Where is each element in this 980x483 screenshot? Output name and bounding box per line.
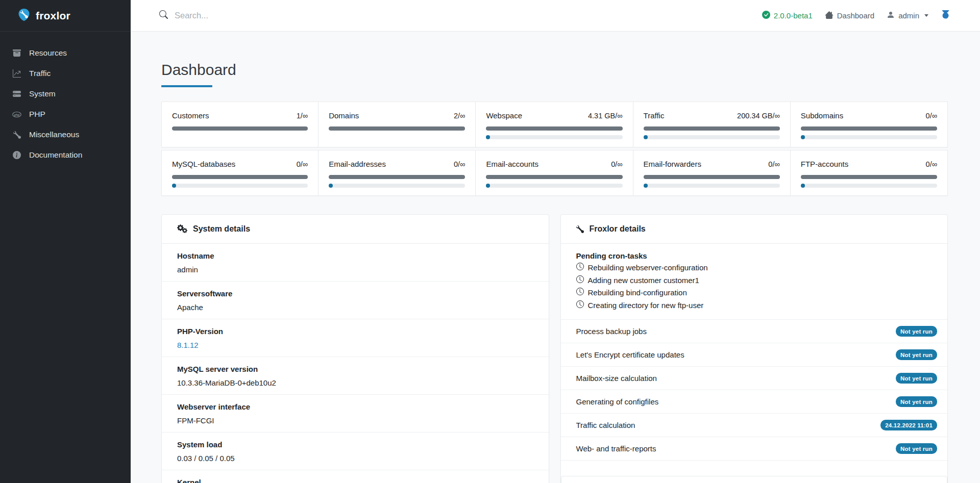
main-area: 2.0.0-beta1 Dashboard admin xyxy=(131,0,980,483)
stat-card-subdomains: Subdomains0/∞ xyxy=(791,101,948,147)
sys-label: PHP-Version xyxy=(177,326,533,337)
usage-sliver xyxy=(172,184,176,188)
content: Dashboard Customers1/∞ Domains2/∞ Webspa… xyxy=(131,32,980,483)
clock-icon xyxy=(576,299,584,312)
stat-value: 0/∞ xyxy=(768,160,779,168)
check-circle-icon xyxy=(762,11,770,20)
stat-card-email-addresses: Email-addresses0/∞ xyxy=(318,150,476,196)
sys-label: System load xyxy=(177,440,533,450)
stat-label: Subdomains xyxy=(801,111,843,120)
stat-label: MySQL-databases xyxy=(172,160,235,168)
stat-label: Email-addresses xyxy=(329,160,386,168)
usage-track xyxy=(644,184,780,188)
sidebar-item-label: System xyxy=(29,89,56,98)
sidebar-item-php[interactable]: php PHP xyxy=(0,104,131,124)
user-menu[interactable]: admin xyxy=(887,11,928,20)
usage-track xyxy=(486,184,622,188)
froxlor-details-header: Froxlor details xyxy=(561,215,948,244)
sidebar-item-system[interactable]: System xyxy=(0,84,131,104)
sidebar-item-label: PHP xyxy=(29,110,45,119)
job-row-letsencrypt: Let's Encrypt certificate updates Not ye… xyxy=(561,343,948,367)
stat-label: Domains xyxy=(329,111,359,120)
stat-label: Customers xyxy=(172,111,209,120)
server-stack-icon xyxy=(12,89,21,98)
details-row: System details Hostname admin Serversoft… xyxy=(161,214,948,483)
sys-row-webserver-interface: Webserver interface FPM-FCGI xyxy=(162,395,549,433)
usage-bar xyxy=(172,126,308,131)
job-row-mailbox-size: Mailbox-size calculation Not yet run xyxy=(561,367,948,390)
sidebar-item-label: Traffic xyxy=(29,69,51,78)
usage-bar xyxy=(801,175,937,179)
usage-sliver xyxy=(329,184,333,188)
cron-task-label: Rebuilding bind-configuration xyxy=(588,287,687,299)
sys-label: Webserver interface xyxy=(177,402,533,412)
usage-bar xyxy=(329,175,465,179)
usage-sliver xyxy=(801,135,805,139)
usage-track xyxy=(329,184,465,188)
cron-task-label: Adding new customer customer1 xyxy=(588,274,699,287)
brand-name: froxlor xyxy=(36,10,70,22)
stat-value: 1/∞ xyxy=(297,112,308,120)
nav-dashboard-link[interactable]: Dashboard xyxy=(825,11,874,21)
cron-task: Rebuilding bind-configuration xyxy=(576,287,933,299)
stat-value: 0/∞ xyxy=(297,160,308,168)
stat-label: Email-forwarders xyxy=(644,160,701,168)
search-bar xyxy=(159,10,389,21)
stats-grid: Customers1/∞ Domains2/∞ Webspace4.31 GB/… xyxy=(161,101,948,196)
status-badge: Not yet run xyxy=(896,396,937,407)
system-details-title: System details xyxy=(193,224,250,234)
system-details-panel: System details Hostname admin Serversoft… xyxy=(161,214,549,483)
stat-value: 0/∞ xyxy=(926,112,937,120)
sidebar-item-label: Documentation xyxy=(29,150,82,160)
brand[interactable]: froxlor xyxy=(0,0,131,32)
job-label: Process backup jobs xyxy=(576,327,647,336)
search-input[interactable] xyxy=(175,11,389,20)
status-badge: Not yet run xyxy=(896,373,937,384)
job-row-configfiles: Generating of configfiles Not yet run xyxy=(561,390,948,414)
newsfeed-header: Froxlor Newsfeed xyxy=(561,476,947,483)
cron-task: Adding new customer customer1 xyxy=(576,274,933,287)
php-version-link[interactable]: 8.1.12 xyxy=(177,340,533,350)
sidebar-item-documentation[interactable]: Documentation xyxy=(0,145,131,165)
sys-label: Serversoftware xyxy=(177,289,533,299)
sys-value: 10.3.36-MariaDB-0+deb10u2 xyxy=(177,378,533,388)
sidebar-item-resources[interactable]: Resources xyxy=(0,43,131,63)
usage-bar xyxy=(644,175,780,179)
sys-row-system-load: System load 0.03 / 0.05 / 0.05 xyxy=(162,433,549,470)
timestamp-badge: 24.12.2022 11:01 xyxy=(880,420,937,430)
page-title: Dashboard xyxy=(161,61,948,79)
newsfeed-panel: Froxlor Newsfeed xyxy=(561,476,948,483)
usage-sliver xyxy=(644,135,648,139)
sys-label: MySQL server version xyxy=(177,364,533,374)
stat-value: 0/∞ xyxy=(926,160,937,168)
topbar-right: 2.0.0-beta1 Dashboard admin xyxy=(762,10,950,21)
archive-box-icon xyxy=(12,48,21,58)
sys-row-mysql-version: MySQL server version 10.3.36-MariaDB-0+d… xyxy=(162,357,549,395)
sidebar-item-traffic[interactable]: Traffic xyxy=(0,63,131,84)
usage-track xyxy=(801,135,937,139)
usage-sliver xyxy=(486,184,490,188)
nav-dashboard-label: Dashboard xyxy=(837,11,874,20)
clock-icon xyxy=(576,262,584,274)
stat-card-traffic: Traffic200.34 GB/∞ xyxy=(633,101,791,147)
usage-track xyxy=(172,184,308,188)
cron-task-label: Creating directory for new ftp-user xyxy=(588,299,704,312)
froxlor-details-title: Froxlor details xyxy=(590,224,646,234)
sidebar-menu: Resources Traffic System php PHP xyxy=(0,32,131,176)
logout-button[interactable] xyxy=(941,10,950,21)
sidebar-item-miscellaneous[interactable]: Miscellaneous xyxy=(0,124,131,145)
power-icon xyxy=(941,10,950,21)
version-link[interactable]: 2.0.0-beta1 xyxy=(762,11,813,20)
job-label: Let's Encrypt certificate updates xyxy=(576,350,684,359)
usage-sliver xyxy=(644,184,648,188)
stat-card-webspace: Webspace4.31 GB/∞ xyxy=(476,101,633,147)
system-details-header: System details xyxy=(162,215,549,244)
stat-card-ftp-accounts: FTP-accounts0/∞ xyxy=(791,150,948,196)
user-label: admin xyxy=(898,11,919,20)
usage-sliver xyxy=(801,184,805,188)
usage-bar xyxy=(486,126,622,131)
sys-value: 0.03 / 0.05 / 0.05 xyxy=(177,453,533,464)
pending-cron-tasks: Pending cron-tasks Rebuilding webserver-… xyxy=(561,244,948,320)
graph-chart-icon xyxy=(12,69,21,78)
usage-bar xyxy=(486,175,622,179)
